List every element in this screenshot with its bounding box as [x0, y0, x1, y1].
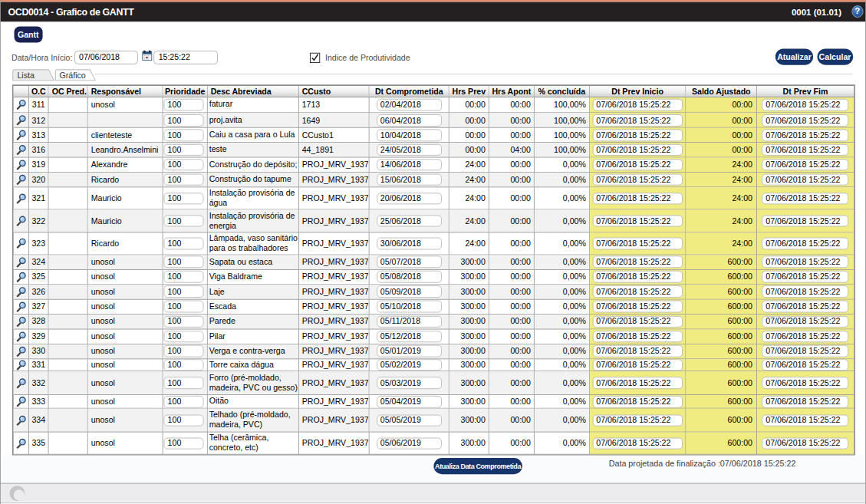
- svg-text:Gráfico: Gráfico: [60, 70, 86, 79]
- svg-text:Lista: Lista: [17, 70, 34, 79]
